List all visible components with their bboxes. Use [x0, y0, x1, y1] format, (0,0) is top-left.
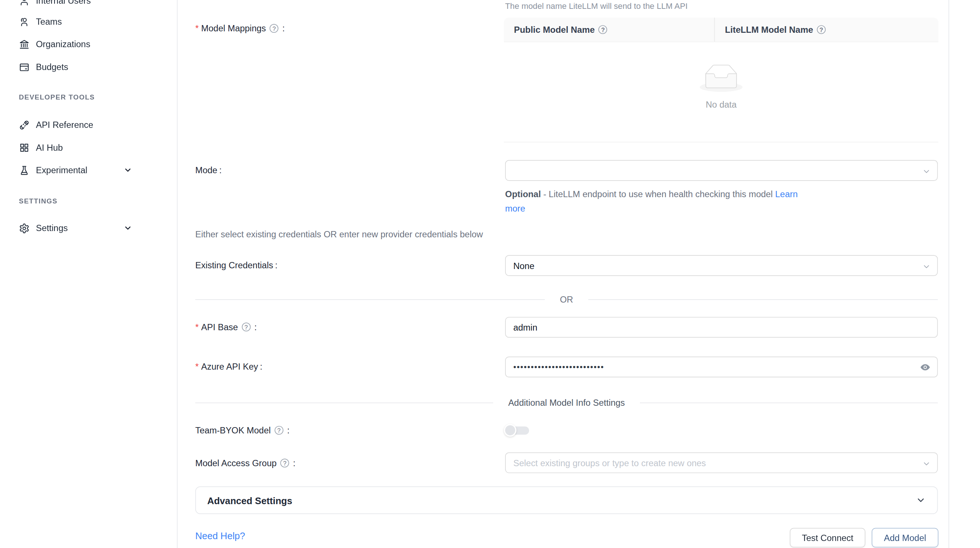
sidebar-item-internal-users[interactable]: Internal Users [5, 0, 167, 10]
additional-info-divider: Additional Model Info Settings [195, 396, 938, 410]
sidebar: Internal Users Teams Organizations Budge… [0, 0, 178, 548]
azure-api-key-input[interactable]: •••••••••••••••••••••••••• [505, 357, 938, 378]
sidebar-item-label: Budgets [36, 62, 68, 72]
chevron-down-icon [916, 495, 926, 505]
credentials-note: Either select existing credentials OR en… [195, 229, 483, 239]
sidebar-item-budgets[interactable]: Budgets [5, 57, 167, 76]
sidebar-section-developer-tools: DEVELOPER TOOLS [19, 93, 95, 101]
sidebar-item-label: Organizations [36, 39, 90, 49]
help-icon: ? [242, 322, 251, 331]
advanced-settings-title: Advanced Settings [207, 495, 292, 506]
need-help-link[interactable]: Need Help? [195, 530, 245, 541]
api-base-input[interactable]: admin [505, 317, 938, 338]
table-header-row: Public Model Name ? LiteLLM Model Name ? [504, 18, 939, 42]
api-plug-icon [19, 119, 29, 130]
sidebar-item-label: Teams [36, 16, 62, 26]
credit-card-icon [19, 62, 29, 72]
table-header-public-model-name: Public Model Name ? [504, 18, 715, 41]
masked-api-key: •••••••••••••••••••••••••• [513, 362, 604, 372]
select-placeholder: Select existing groups or type to create… [513, 458, 706, 468]
or-divider: OR [195, 292, 938, 306]
sidebar-section-settings: SETTINGS [19, 197, 57, 205]
chevron-down-icon [123, 224, 132, 233]
help-icon: ? [817, 25, 826, 34]
advanced-settings-panel[interactable]: Advanced Settings [195, 486, 938, 514]
sidebar-item-settings[interactable]: Settings [5, 218, 167, 237]
chevron-down-icon [923, 262, 930, 269]
mode-select[interactable] [505, 160, 938, 181]
existing-credentials-label: Existing Credentials : [195, 258, 277, 272]
sidebar-item-label: Internal Users [36, 0, 91, 6]
required-asterisk: * [195, 23, 199, 33]
chevron-down-icon [123, 166, 132, 175]
team-byok-toggle[interactable] [504, 424, 529, 437]
flask-icon [19, 165, 29, 175]
users-icon [19, 16, 29, 27]
bank-icon [19, 39, 29, 49]
sidebar-item-label: API Reference [36, 120, 93, 130]
sidebar-item-label: Experimental [36, 165, 88, 175]
mode-label: Mode : [195, 163, 222, 177]
help-icon: ? [270, 24, 278, 33]
team-byok-label: Team-BYOK Model ? : [195, 424, 290, 437]
test-connect-button[interactable]: Test Connect [790, 528, 865, 548]
model-name-help-text: The model name LiteLLM will send to the … [505, 1, 687, 11]
empty-state: No data [504, 64, 939, 110]
user-icon [19, 0, 29, 6]
existing-credentials-select[interactable]: None [505, 255, 938, 276]
grid-icon [19, 142, 29, 153]
api-base-label: * API Base ? : [195, 320, 257, 334]
sidebar-item-label: Settings [36, 223, 67, 233]
sidebar-item-experimental[interactable]: Experimental [5, 161, 167, 180]
help-icon: ? [599, 25, 608, 34]
add-model-button[interactable]: Add Model [872, 528, 939, 548]
sidebar-item-ai-hub[interactable]: AI Hub [5, 138, 167, 157]
model-mappings-label: * Model Mappings ? : [195, 21, 285, 35]
help-icon: ? [280, 459, 289, 468]
required-asterisk: * [195, 362, 199, 371]
sidebar-item-label: AI Hub [36, 142, 63, 152]
empty-inbox-icon [700, 64, 742, 92]
chevron-down-icon [923, 167, 930, 174]
model-access-group-label: Model Access Group ? : [195, 456, 296, 470]
sidebar-item-organizations[interactable]: Organizations [5, 35, 167, 53]
app: Internal Users Teams Organizations Budge… [0, 0, 980, 548]
model-mappings-table: Public Model Name ? LiteLLM Model Name ?… [504, 18, 939, 142]
add-model-form: The model name LiteLLM will send to the … [178, 0, 949, 548]
sidebar-item-api-reference[interactable]: API Reference [5, 115, 167, 134]
required-asterisk: * [195, 322, 199, 332]
mode-help-text: Optional - LiteLLM endpoint to use when … [505, 187, 806, 216]
eye-icon[interactable] [920, 361, 931, 373]
table-header-litellm-model-name: LiteLLM Model Name ? [715, 18, 839, 41]
azure-api-key-label: * Azure API Key : [195, 360, 262, 374]
model-access-group-select[interactable]: Select existing groups or type to create… [505, 452, 938, 473]
chevron-down-icon [923, 459, 930, 467]
help-icon: ? [274, 426, 283, 435]
no-data-text: No data [504, 99, 939, 110]
sidebar-item-teams[interactable]: Teams [5, 12, 167, 30]
gear-icon [19, 223, 29, 233]
